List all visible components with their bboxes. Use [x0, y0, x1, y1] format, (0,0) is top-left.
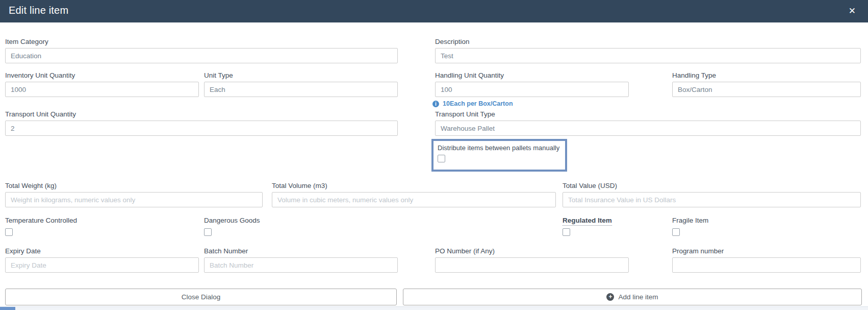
horizontal-scrollbar[interactable]	[0, 306, 868, 310]
handling-ratio-hint-text: 10Each per Box/Carton	[443, 100, 513, 107]
field-total-volume: Total Volume (m3)	[272, 182, 556, 207]
inventory-unit-quantity-input[interactable]	[5, 82, 199, 97]
distribute-manually-label: Distribute items between pallets manuall…	[438, 144, 561, 152]
field-temperature-controlled: Temperature Controlled	[5, 217, 77, 236]
handling-type-input[interactable]	[672, 82, 861, 97]
field-inventory-unit-quantity: Inventory Unit Quantity	[5, 71, 199, 97]
transport-unit-quantity-label: Transport Unit Quantity	[5, 110, 398, 118]
regulated-item-label: Regulated Item	[563, 217, 612, 226]
expiry-date-input[interactable]	[5, 257, 199, 273]
transport-unit-quantity-input[interactable]	[5, 121, 398, 136]
total-value-label: Total Value (USD)	[563, 182, 861, 189]
total-weight-label: Total Weight (kg)	[5, 182, 263, 189]
field-total-weight: Total Weight (kg)	[5, 182, 263, 207]
program-number-label: Program number	[672, 247, 861, 255]
field-dangerous-goods: Dangerous Goods	[204, 217, 260, 236]
dangerous-goods-checkbox[interactable]	[204, 228, 212, 236]
distribute-manually-highlight-box: Distribute items between pallets manuall…	[431, 139, 567, 172]
handling-unit-quantity-input[interactable]	[435, 82, 629, 97]
distribute-manually-checkbox[interactable]	[438, 155, 445, 162]
fragile-item-label: Fragile Item	[672, 217, 708, 224]
field-batch-number: Batch Number	[204, 247, 398, 273]
po-number-label: PO Number (if Any)	[435, 247, 629, 255]
dialog-titlebar: Edit line item ✕	[0, 0, 868, 22]
field-handling-type: Handling Type	[672, 71, 861, 97]
field-handling-unit-quantity: Handling Unit Quantity	[435, 71, 629, 97]
horizontal-scrollbar-thumb[interactable]	[0, 307, 15, 310]
batch-number-label: Batch Number	[204, 247, 398, 255]
program-number-input[interactable]	[672, 257, 861, 273]
item-category-label: Item Category	[5, 38, 398, 45]
field-transport-unit-quantity: Transport Unit Quantity	[5, 110, 398, 136]
item-category-input[interactable]	[5, 48, 398, 63]
dialog-title: Edit line item	[9, 5, 68, 16]
dangerous-goods-label: Dangerous Goods	[204, 217, 260, 224]
total-value-input[interactable]	[563, 192, 861, 207]
info-icon: i	[432, 101, 439, 107]
handling-ratio-hint: i 10Each per Box/Carton	[432, 100, 513, 107]
close-dialog-button-label: Close Dialog	[182, 293, 221, 301]
field-unit-type: Unit Type	[204, 71, 398, 97]
field-transport-unit-type: Transport Unit Type	[435, 110, 861, 136]
field-regulated-item: Regulated Item	[563, 217, 612, 236]
transport-unit-type-label: Transport Unit Type	[435, 110, 861, 118]
close-icon[interactable]: ✕	[847, 6, 858, 17]
total-volume-input[interactable]	[272, 192, 556, 207]
total-weight-input[interactable]	[5, 192, 263, 207]
regulated-item-checkbox[interactable]	[563, 228, 570, 236]
field-description: Description	[435, 38, 861, 63]
field-program-number: Program number	[672, 247, 861, 273]
temperature-controlled-label: Temperature Controlled	[5, 217, 77, 224]
unit-type-input[interactable]	[204, 82, 398, 97]
close-dialog-button[interactable]: Close Dialog	[5, 289, 397, 305]
field-fragile-item: Fragile Item	[672, 217, 708, 236]
handling-unit-quantity-label: Handling Unit Quantity	[435, 71, 629, 79]
field-expiry-date: Expiry Date	[5, 247, 199, 273]
description-label: Description	[435, 38, 861, 45]
temperature-controlled-checkbox[interactable]	[5, 228, 13, 236]
field-item-category: Item Category	[5, 38, 398, 63]
field-po-number: PO Number (if Any)	[435, 247, 629, 273]
handling-type-label: Handling Type	[672, 71, 861, 79]
po-number-input[interactable]	[435, 257, 629, 273]
add-line-item-button-label: Add line item	[618, 293, 658, 301]
transport-unit-type-input[interactable]	[435, 121, 861, 136]
expiry-date-label: Expiry Date	[5, 247, 199, 255]
add-line-item-button[interactable]: + Add line item	[403, 289, 862, 305]
unit-type-label: Unit Type	[204, 71, 398, 79]
edit-line-item-dialog: Edit line item ✕ Item Category Descripti…	[0, 0, 868, 310]
batch-number-input[interactable]	[204, 257, 398, 273]
total-volume-label: Total Volume (m3)	[272, 182, 556, 189]
description-input[interactable]	[435, 48, 861, 63]
field-total-value: Total Value (USD)	[563, 182, 861, 207]
fragile-item-checkbox[interactable]	[672, 228, 680, 236]
plus-circle-icon: +	[606, 293, 614, 301]
inventory-unit-quantity-label: Inventory Unit Quantity	[5, 71, 199, 79]
